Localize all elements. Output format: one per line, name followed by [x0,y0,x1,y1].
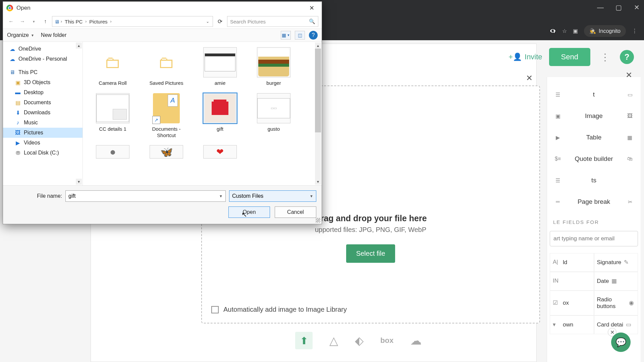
search-input[interactable]: Search Pictures 🔍 [227,16,318,27]
file-partial[interactable]: ⬤ [91,145,135,159]
search-icon: 🔍 [309,18,315,24]
nav-back-icon[interactable]: ← [6,17,16,26]
maximize-button[interactable]: ▢ [614,3,623,11]
tree-label: Music [24,120,38,126]
recipient-input[interactable] [550,231,638,246]
block-toc[interactable]: ☰ts [550,170,638,191]
pc-icon: 🖥 [54,19,59,24]
view-mode-button[interactable]: ▦▼ [281,31,291,40]
upload-local-icon[interactable]: ⬆ [295,332,313,349]
resize-grip[interactable] [316,218,320,223]
cloud-icon[interactable]: ☁ [410,334,422,347]
tree-desktop[interactable]: ▬Desktop [3,87,83,98]
auto-add-checkbox-row[interactable]: Automatically add image to Image Library [211,306,347,313]
tree-downloads[interactable]: ⬇Downloads [3,108,83,118]
file-documents-shortcut[interactable]: Documents - Shortcut [145,93,188,139]
currency-icon: $≡ [553,154,562,164]
browser-toolbar-right: 👁‍🗨 ☆ ▣ 🕵️ Incognito ⋮ [549,25,637,37]
block-image[interactable]: ▣Image🖼 [550,105,638,127]
play-icon: ▶ [553,133,562,142]
file-scroll-up-icon[interactable]: ▴ [315,43,321,49]
tree-documents[interactable]: ▤Documents [3,98,83,108]
breadcrumb-seg[interactable]: This PC [63,18,84,25]
tree-music[interactable]: ♪Music [3,118,83,128]
block-text[interactable]: ☰t▭ [550,84,638,105]
block-quote[interactable]: $≡Quote builder🛍 [550,148,638,170]
file-scroll-down-icon[interactable]: ▾ [315,179,321,185]
address-bar[interactable]: 🖥 › This PC › Pictures › ⌄ [52,16,213,27]
file-open-dialog: Open ✕ ← → ▾ ↑ 🖥 › This PC › Pictures › … [3,1,322,224]
tree-this-pc[interactable]: 🖥This PC [3,67,83,77]
file-list[interactable]: ▴ ▾ 🗀Camera Roll 🗀Saved Pictures amie bu… [83,42,322,185]
close-window-button[interactable]: ✕ [633,3,641,11]
dialog-titlebar[interactable]: Open ✕ [3,2,322,14]
tree-scroll-up-icon[interactable]: ▴ [76,43,82,49]
breadcrumb-seg[interactable]: Pictures [88,18,109,25]
file-gift[interactable]: gift [198,93,242,139]
organize-menu[interactable]: Organize▼ [7,32,34,38]
eye-off-icon[interactable]: 👁‍🗨 [549,28,556,34]
file-camera-roll[interactable]: 🗀Camera Roll [91,47,135,86]
field-textfield[interactable]: A|ld [550,253,594,272]
incognito-indicator[interactable]: 🕵️ Incognito [584,25,626,37]
help-button[interactable]: ? [620,50,634,64]
invite-button[interactable]: +👤 Invite [508,53,542,61]
new-folder-button[interactable]: New folder [41,32,66,38]
block-table[interactable]: ▶Table▦ [550,127,638,148]
file-label: CC details 1 [99,126,126,132]
tree-pictures[interactable]: 🖼Pictures [3,128,83,138]
tree-scroll-down-icon[interactable]: ▾ [76,179,82,185]
divider-icon: ═ [553,197,562,206]
panel-icon[interactable]: ▣ [573,28,578,34]
file-cc-details[interactable]: CC details 1 [91,93,135,139]
file-burger[interactable]: burger [252,47,296,86]
gdrive-icon[interactable]: △ [329,334,338,347]
star-icon[interactable]: ☆ [562,28,567,34]
dropbox-icon[interactable]: ⬖ [355,334,364,347]
select-file-button[interactable]: Select file [346,244,395,263]
scrollbar-thumb[interactable] [315,49,321,132]
list-icon: ☰ [553,176,562,185]
preview-pane-button[interactable]: ◫ [295,31,305,40]
checkbox-icon[interactable] [211,306,219,313]
file-amie[interactable]: amie [198,47,242,86]
file-partial[interactable]: 🦋 [145,145,188,159]
tree-onedrive[interactable]: ☁OneDrive [3,44,83,54]
send-button[interactable]: Send [549,48,590,66]
box-icon[interactable]: box [380,336,393,345]
block-pagebreak[interactable]: ═Page break✂ [550,191,638,213]
more-menu-icon[interactable]: ⋮ [597,52,613,63]
dropzone-close-icon[interactable]: ✕ [524,73,535,83]
field-radio[interactable]: Radio buttons◉ [594,291,638,315]
field-initials[interactable]: IN [550,272,594,291]
field-dropdown[interactable]: ▾own [550,315,594,334]
file-gusto[interactable]: ▭▭gusto [252,93,296,139]
tree-local-disk[interactable]: ⛃Local Disk (C:) [3,148,83,158]
address-dropdown-icon[interactable]: ⌄ [205,19,211,24]
filetype-value: Custom Files [232,193,263,199]
caret-down-icon[interactable]: ▼ [310,194,313,198]
cancel-button[interactable]: Cancel [275,206,316,218]
tree-3d-objects[interactable]: ▣3D Objects [3,77,83,87]
open-button[interactable]: Open [228,206,270,218]
tree-videos[interactable]: ▶Videos [3,138,83,148]
help-icon[interactable]: ? [309,31,318,40]
nav-tree[interactable]: ▴ ☁OneDrive ☁OneDrive - Personal 🖥This P… [3,42,83,185]
filetype-dropdown[interactable]: Custom Files▼ [229,190,316,202]
filename-input[interactable]: gift▼ [65,190,226,202]
dialog-close-icon[interactable]: ✕ [305,3,318,13]
field-checkbox[interactable]: ☑ox [550,291,594,315]
field-date[interactable]: Date▦ [594,272,638,291]
field-signature[interactable]: Signature✎ [594,253,638,272]
nav-up-icon[interactable]: ↑ [41,17,50,26]
minimize-button[interactable]: — [596,3,604,11]
browser-menu-icon[interactable]: ⋮ [632,28,637,34]
file-saved-pictures[interactable]: 🗀Saved Pictures [145,47,188,86]
caret-down-icon[interactable]: ▼ [219,194,223,198]
refresh-icon[interactable]: ⟳ [215,16,225,26]
nav-recent-icon[interactable]: ▾ [29,17,39,26]
block-label: Page break [578,198,610,205]
file-partial[interactable]: ❤ [198,145,242,159]
tree-onedrive-personal[interactable]: ☁OneDrive - Personal [3,54,83,64]
chat-fab[interactable]: 💬 [611,333,631,352]
